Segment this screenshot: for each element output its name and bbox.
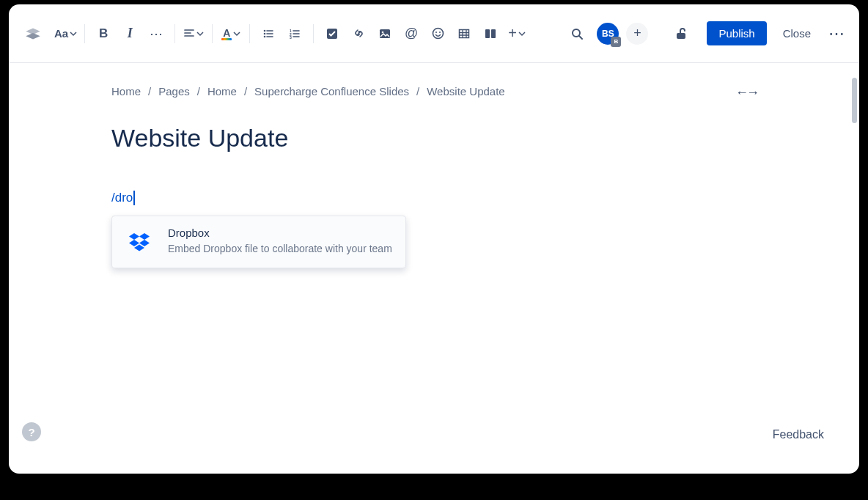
search-button[interactable] — [566, 23, 588, 45]
text-cursor — [133, 191, 135, 205]
more-options-button[interactable]: ⋯ — [828, 24, 846, 43]
svg-point-9 — [433, 29, 443, 39]
dropbox-icon — [124, 227, 155, 257]
svg-point-2 — [264, 35, 266, 37]
close-button[interactable]: Close — [783, 27, 811, 40]
svg-text:3: 3 — [290, 35, 292, 40]
slash-text: /dro — [111, 191, 133, 205]
page-content: Home / Pages / Home / Supercharge Conflu… — [9, 63, 859, 268]
italic-button[interactable]: I — [119, 23, 141, 45]
add-people-button[interactable]: + — [626, 23, 648, 45]
mention-button[interactable]: @ — [400, 23, 422, 45]
breadcrumb-item[interactable]: Supercharge Confluence Slides — [254, 85, 409, 98]
suggestion-description: Embed Dropbox file to collaborate with y… — [168, 242, 394, 256]
text-color-dropdown[interactable]: A — [220, 23, 242, 45]
bold-button[interactable]: B — [92, 23, 114, 45]
alignment-dropdown[interactable] — [183, 23, 205, 45]
bullet-list-button[interactable] — [257, 23, 279, 45]
feedback-link[interactable]: Feedback — [773, 428, 824, 441]
layouts-button[interactable] — [479, 23, 501, 45]
svg-point-0 — [264, 29, 266, 32]
suggestion-title: Dropbox — [168, 227, 394, 239]
expand-width-button[interactable]: ← → — [735, 85, 757, 100]
breadcrumbs: Home / Pages / Home / Supercharge Conflu… — [111, 85, 757, 98]
user-avatar[interactable]: BS B — [597, 23, 619, 45]
table-button[interactable] — [453, 23, 475, 45]
numbered-list-button[interactable]: 123 — [284, 23, 306, 45]
breadcrumb-item[interactable]: Website Update — [427, 85, 504, 98]
breadcrumb-item[interactable]: Home — [207, 85, 237, 98]
slash-command-input[interactable]: /dro — [111, 191, 757, 205]
svg-point-10 — [435, 32, 437, 33]
svg-point-8 — [382, 31, 384, 33]
svg-rect-7 — [380, 29, 390, 38]
svg-point-11 — [439, 32, 441, 33]
breadcrumb-item[interactable]: Home — [111, 85, 141, 98]
image-button[interactable] — [374, 23, 396, 45]
editor-window: Aa B I ⋯ A 123 — [9, 4, 859, 474]
emoji-button[interactable] — [427, 23, 449, 45]
more-formatting-button[interactable]: ⋯ — [145, 23, 167, 45]
text-styles-dropdown[interactable]: Aa — [54, 23, 77, 45]
svg-rect-14 — [491, 29, 496, 38]
toolbar: Aa B I ⋯ A 123 — [9, 4, 859, 63]
breadcrumb-item[interactable]: Pages — [158, 85, 190, 98]
unlock-icon[interactable] — [670, 23, 692, 45]
svg-point-1 — [264, 32, 266, 34]
slash-suggestion-item[interactable]: Dropbox Embed Dropbox file to collaborat… — [111, 216, 406, 268]
publish-button[interactable]: Publish — [707, 21, 766, 45]
checkbox-button[interactable] — [321, 23, 343, 45]
link-button[interactable] — [347, 23, 369, 45]
page-title[interactable]: Website Update — [111, 124, 757, 152]
app-logo-icon[interactable] — [22, 23, 44, 45]
svg-rect-13 — [485, 29, 490, 38]
svg-rect-12 — [460, 29, 469, 37]
insert-dropdown[interactable]: + — [506, 23, 528, 45]
help-button[interactable]: ? — [22, 422, 41, 441]
avatar-badge: B — [611, 37, 621, 47]
svg-rect-16 — [677, 33, 685, 39]
